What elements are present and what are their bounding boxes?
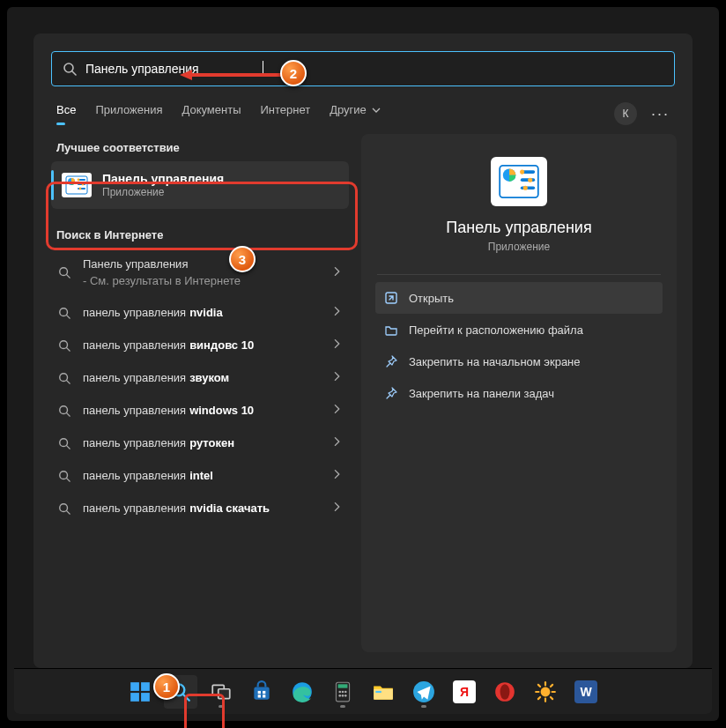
- more-options-button[interactable]: ···: [651, 105, 670, 123]
- svg-line-18: [183, 695, 189, 701]
- tab-internet[interactable]: Интернет: [260, 103, 310, 125]
- details-action[interactable]: Закрепить на начальном экране: [375, 345, 663, 377]
- svg-point-40: [541, 687, 551, 696]
- web-section-label: Поиск в Интернете: [56, 228, 344, 241]
- tab-apps[interactable]: Приложения: [95, 103, 162, 125]
- best-match-subtitle: Приложение: [102, 186, 224, 198]
- search-icon: [56, 502, 72, 515]
- details-app-icon: [491, 157, 547, 206]
- svg-point-39: [500, 684, 510, 699]
- web-result[interactable]: панель управления виндовс 10: [49, 329, 351, 361]
- annotation-marker-1: 1: [153, 673, 180, 700]
- chevron-right-icon: [331, 338, 344, 353]
- pin-icon: [384, 386, 398, 400]
- details-title: Панель управления: [375, 219, 663, 237]
- chevron-down-icon: [370, 104, 381, 115]
- search-icon: [56, 372, 72, 384]
- web-result-text: панель управления windows 10: [83, 404, 331, 417]
- results-column: Лучшее соответствие Панель управления Пр…: [49, 134, 351, 652]
- search-icon: [56, 266, 72, 279]
- svg-rect-36: [375, 690, 382, 692]
- taskbar-start[interactable]: [123, 675, 157, 709]
- taskbar-store[interactable]: [245, 675, 278, 709]
- svg-line-46: [551, 696, 552, 698]
- details-action[interactable]: Открыть: [375, 282, 663, 314]
- details-action[interactable]: Закрепить на панели задач: [375, 377, 663, 409]
- details-actions: Открыть Перейти к расположению файла Зак…: [375, 282, 663, 409]
- pin-icon: [384, 354, 398, 368]
- tab-all[interactable]: Все: [56, 103, 76, 125]
- web-result-text: Панель управления - См. результаты в Инт…: [83, 257, 331, 287]
- chevron-right-icon: [331, 435, 344, 450]
- web-result[interactable]: панель управления рутокен: [49, 427, 351, 459]
- details-action[interactable]: Перейти к расположению файла: [375, 314, 663, 345]
- user-avatar[interactable]: К: [614, 102, 637, 125]
- web-result-text: панель управления звуком: [83, 371, 331, 384]
- svg-rect-13: [130, 682, 139, 691]
- svg-rect-20: [219, 688, 230, 698]
- action-label: Перейти к расположению файла: [409, 323, 583, 337]
- svg-rect-23: [263, 690, 265, 693]
- svg-rect-35: [374, 688, 393, 699]
- svg-point-30: [342, 690, 344, 693]
- chevron-right-icon: [331, 370, 344, 385]
- action-label: Закрепить на начальном экране: [409, 355, 581, 368]
- web-result[interactable]: панель управления nvidia: [49, 296, 351, 329]
- taskbar-taskview[interactable]: [204, 675, 238, 709]
- chevron-right-icon: [331, 265, 344, 280]
- svg-point-34: [344, 695, 347, 697]
- svg-rect-22: [258, 690, 261, 693]
- web-result[interactable]: панель управления звуком: [49, 361, 351, 394]
- web-results-list: Панель управления - См. результаты в Инт…: [49, 249, 351, 524]
- svg-rect-28: [338, 684, 348, 687]
- details-pane: Панель управления Приложение Открыть Пер…: [361, 134, 677, 652]
- svg-point-32: [338, 695, 341, 697]
- tab-documents[interactable]: Документы: [182, 103, 241, 125]
- annotation-marker-2: 2: [280, 60, 307, 86]
- annotation-arrow: [180, 70, 285, 80]
- web-result-text: панель управления intel: [83, 469, 331, 482]
- search-icon: [56, 405, 72, 417]
- action-label: Закрепить на панели задач: [409, 387, 554, 400]
- chevron-right-icon: [331, 501, 344, 516]
- search-bar[interactable]: [51, 51, 675, 86]
- best-match-label: Лучшее соответствие: [56, 141, 344, 154]
- svg-rect-16: [141, 693, 150, 702]
- svg-line-45: [538, 684, 540, 686]
- web-result[interactable]: панель управления intel: [49, 459, 351, 492]
- web-result[interactable]: панель управления windows 10: [49, 394, 351, 427]
- taskbar-calculator[interactable]: [326, 675, 359, 709]
- action-label: Открыть: [409, 292, 454, 305]
- web-result-text: панель управления nvidia: [83, 306, 331, 319]
- best-match-title: Панель управления: [102, 172, 224, 186]
- chevron-right-icon: [331, 468, 344, 483]
- svg-rect-21: [254, 687, 269, 699]
- details-subtitle: Приложение: [375, 241, 663, 253]
- web-result[interactable]: Панель управления - См. результаты в Инт…: [49, 249, 351, 296]
- open-icon: [384, 291, 398, 305]
- taskbar-weather[interactable]: [529, 675, 562, 709]
- taskbar-yandex[interactable]: Я: [448, 675, 481, 709]
- web-result-text: панель управления виндовс 10: [83, 338, 331, 352]
- taskbar: Я W: [14, 668, 712, 714]
- web-result[interactable]: панель управления nvidia скачать: [49, 492, 351, 524]
- svg-point-29: [338, 690, 341, 693]
- svg-point-31: [344, 690, 347, 693]
- best-match-item[interactable]: Панель управления Приложение: [51, 161, 349, 209]
- divider: [377, 274, 661, 275]
- search-icon: [63, 62, 77, 76]
- taskbar-telegram[interactable]: [407, 675, 441, 709]
- taskbar-word[interactable]: W: [569, 675, 603, 709]
- web-result-text: панель управления рутокен: [83, 436, 331, 449]
- svg-rect-24: [258, 695, 261, 697]
- tab-more[interactable]: Другие: [330, 103, 381, 125]
- desktop-shell: Все Приложения Документы Интернет Другие…: [7, 7, 719, 721]
- search-tabs: Все Приложения Документы Интернет Другие…: [33, 86, 693, 125]
- taskbar-explorer[interactable]: [367, 675, 400, 709]
- svg-rect-15: [130, 693, 139, 702]
- taskbar-opera[interactable]: [488, 675, 522, 709]
- search-icon: [56, 437, 72, 449]
- svg-point-33: [342, 695, 344, 697]
- svg-marker-12: [180, 70, 192, 80]
- taskbar-edge[interactable]: [285, 675, 319, 709]
